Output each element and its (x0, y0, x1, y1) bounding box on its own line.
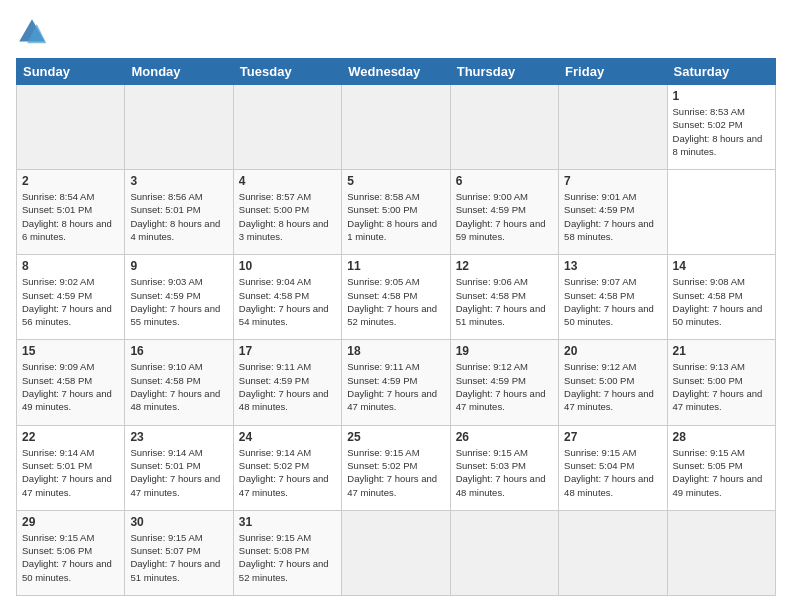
empty-cell (450, 85, 558, 170)
empty-cell (450, 510, 558, 595)
header-cell-wednesday: Wednesday (342, 59, 450, 85)
day-cell-28: 28Sunrise: 9:15 AMSunset: 5:05 PMDayligh… (667, 425, 775, 510)
day-cell-23: 23Sunrise: 9:14 AMSunset: 5:01 PMDayligh… (125, 425, 233, 510)
header-cell-sunday: Sunday (17, 59, 125, 85)
day-cell-17: 17Sunrise: 9:11 AMSunset: 4:59 PMDayligh… (233, 340, 341, 425)
day-cell-14: 14Sunrise: 9:08 AMSunset: 4:58 PMDayligh… (667, 255, 775, 340)
header-cell-friday: Friday (559, 59, 667, 85)
day-cell-19: 19Sunrise: 9:12 AMSunset: 4:59 PMDayligh… (450, 340, 558, 425)
header (16, 16, 776, 48)
day-cell-18: 18Sunrise: 9:11 AMSunset: 4:59 PMDayligh… (342, 340, 450, 425)
empty-cell (17, 85, 125, 170)
logo (16, 16, 52, 48)
day-cell-5: 5Sunrise: 8:58 AMSunset: 5:00 PMDaylight… (342, 170, 450, 255)
header-cell-tuesday: Tuesday (233, 59, 341, 85)
empty-cell (559, 85, 667, 170)
day-cell-8: 8Sunrise: 9:02 AMSunset: 4:59 PMDaylight… (17, 255, 125, 340)
day-cell-25: 25Sunrise: 9:15 AMSunset: 5:02 PMDayligh… (342, 425, 450, 510)
day-cell-4: 4Sunrise: 8:57 AMSunset: 5:00 PMDaylight… (233, 170, 341, 255)
day-cell-27: 27Sunrise: 9:15 AMSunset: 5:04 PMDayligh… (559, 425, 667, 510)
day-cell-15: 15Sunrise: 9:09 AMSunset: 4:58 PMDayligh… (17, 340, 125, 425)
day-cell-7: 7Sunrise: 9:01 AMSunset: 4:59 PMDaylight… (559, 170, 667, 255)
calendar-table: SundayMondayTuesdayWednesdayThursdayFrid… (16, 58, 776, 596)
day-cell-30: 30Sunrise: 9:15 AMSunset: 5:07 PMDayligh… (125, 510, 233, 595)
day-cell-12: 12Sunrise: 9:06 AMSunset: 4:58 PMDayligh… (450, 255, 558, 340)
logo-icon (16, 16, 48, 48)
day-cell-13: 13Sunrise: 9:07 AMSunset: 4:58 PMDayligh… (559, 255, 667, 340)
day-cell-2: 2Sunrise: 8:54 AMSunset: 5:01 PMDaylight… (17, 170, 125, 255)
empty-cell (342, 85, 450, 170)
day-cell-3: 3Sunrise: 8:56 AMSunset: 5:01 PMDaylight… (125, 170, 233, 255)
day-cell-26: 26Sunrise: 9:15 AMSunset: 5:03 PMDayligh… (450, 425, 558, 510)
day-cell-9: 9Sunrise: 9:03 AMSunset: 4:59 PMDaylight… (125, 255, 233, 340)
week-row-5: 29Sunrise: 9:15 AMSunset: 5:06 PMDayligh… (17, 510, 776, 595)
header-cell-thursday: Thursday (450, 59, 558, 85)
week-row-1: 2Sunrise: 8:54 AMSunset: 5:01 PMDaylight… (17, 170, 776, 255)
week-row-0: 1Sunrise: 8:53 AMSunset: 5:02 PMDaylight… (17, 85, 776, 170)
week-row-4: 22Sunrise: 9:14 AMSunset: 5:01 PMDayligh… (17, 425, 776, 510)
calendar-header-row: SundayMondayTuesdayWednesdayThursdayFrid… (17, 59, 776, 85)
page: SundayMondayTuesdayWednesdayThursdayFrid… (0, 0, 792, 612)
day-cell-11: 11Sunrise: 9:05 AMSunset: 4:58 PMDayligh… (342, 255, 450, 340)
calendar-header: SundayMondayTuesdayWednesdayThursdayFrid… (17, 59, 776, 85)
empty-cell (559, 510, 667, 595)
week-row-2: 8Sunrise: 9:02 AMSunset: 4:59 PMDaylight… (17, 255, 776, 340)
day-cell-20: 20Sunrise: 9:12 AMSunset: 5:00 PMDayligh… (559, 340, 667, 425)
day-cell-10: 10Sunrise: 9:04 AMSunset: 4:58 PMDayligh… (233, 255, 341, 340)
day-cell-16: 16Sunrise: 9:10 AMSunset: 4:58 PMDayligh… (125, 340, 233, 425)
header-cell-monday: Monday (125, 59, 233, 85)
day-cell-22: 22Sunrise: 9:14 AMSunset: 5:01 PMDayligh… (17, 425, 125, 510)
day-cell-29: 29Sunrise: 9:15 AMSunset: 5:06 PMDayligh… (17, 510, 125, 595)
header-cell-saturday: Saturday (667, 59, 775, 85)
calendar-body: 1Sunrise: 8:53 AMSunset: 5:02 PMDaylight… (17, 85, 776, 596)
week-row-3: 15Sunrise: 9:09 AMSunset: 4:58 PMDayligh… (17, 340, 776, 425)
day-cell-31: 31Sunrise: 9:15 AMSunset: 5:08 PMDayligh… (233, 510, 341, 595)
day-cell-6: 6Sunrise: 9:00 AMSunset: 4:59 PMDaylight… (450, 170, 558, 255)
day-cell-24: 24Sunrise: 9:14 AMSunset: 5:02 PMDayligh… (233, 425, 341, 510)
day-cell-21: 21Sunrise: 9:13 AMSunset: 5:00 PMDayligh… (667, 340, 775, 425)
day-cell-1: 1Sunrise: 8:53 AMSunset: 5:02 PMDaylight… (667, 85, 775, 170)
empty-cell (233, 85, 341, 170)
empty-cell (342, 510, 450, 595)
empty-cell (667, 510, 775, 595)
empty-cell (125, 85, 233, 170)
